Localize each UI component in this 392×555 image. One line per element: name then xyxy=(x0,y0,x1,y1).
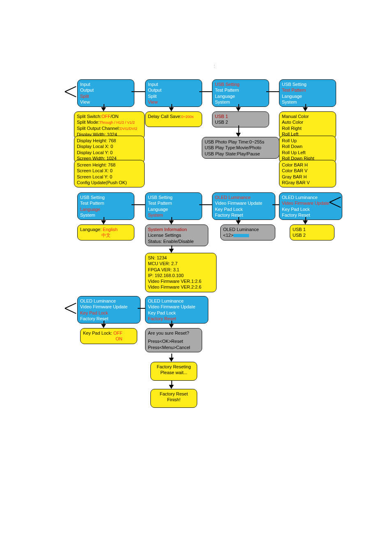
keypad-on[interactable]: ON xyxy=(83,336,134,342)
menu-item-selected[interactable]: Language xyxy=(80,206,131,212)
pattern-item[interactable]: Gray BAR H xyxy=(282,174,333,180)
license-settings[interactable]: License Settings xyxy=(148,232,205,238)
delay-call-save[interactable]: Delay Call Save:0~200s xyxy=(145,111,202,127)
system-info[interactable]: System Information xyxy=(148,227,205,232)
label: Delay Call Save: xyxy=(148,114,181,119)
menu-item[interactable]: OLED Luminance xyxy=(282,194,339,200)
setting-row[interactable]: Screen Height: 768 xyxy=(77,162,142,168)
language-row[interactable]: Language: English xyxy=(80,227,131,232)
factory-resetting: Factory Reseting Please wait... xyxy=(150,362,197,381)
ok-hint[interactable]: Press<OK>Reset xyxy=(148,338,199,344)
menu-item-selected[interactable]: View xyxy=(148,99,199,105)
setting-row[interactable]: Screen Local X: 0 xyxy=(77,168,142,173)
cancel-hint[interactable]: Press<Menu>Cancel xyxy=(148,345,199,350)
pattern-item[interactable]: Manual Color xyxy=(282,113,333,119)
menu-item[interactable]: Test Pattern xyxy=(80,200,131,206)
pattern-item[interactable]: Color BAR V xyxy=(282,168,333,173)
menu-item[interactable]: Test Pattern xyxy=(215,87,266,93)
menu-item-selected[interactable]: Test Pattern xyxy=(282,87,333,93)
info-row: Video Firmware VER.2:2.6 xyxy=(148,284,214,290)
connector xyxy=(199,91,212,92)
connector xyxy=(131,91,145,92)
menu-item[interactable]: Video Firmware Update xyxy=(80,304,138,310)
info-row: IP: 192.168.0.100 xyxy=(148,273,214,278)
menu-item[interactable]: Video Firmware Update xyxy=(148,304,205,310)
menu-item[interactable]: Factory Reset xyxy=(215,212,272,218)
menu-item[interactable]: Output xyxy=(148,87,199,93)
menu-item[interactable]: USB Setting xyxy=(80,194,131,200)
pattern-item[interactable]: RGray BAR V xyxy=(282,180,333,185)
msg-line: Finish! xyxy=(153,397,194,402)
menu-item[interactable]: Key Pad Lock xyxy=(148,310,205,316)
page-title: : xyxy=(214,63,215,68)
menu-item[interactable]: Test Pattern xyxy=(148,200,199,206)
menu-item[interactable]: Key Pad Lock xyxy=(215,206,272,212)
menu-split: Input Output Split View xyxy=(77,79,134,107)
menu-item[interactable]: Output xyxy=(80,87,131,93)
menu-item-selected[interactable]: USB Setting xyxy=(215,81,266,87)
usb-play-settings: USB Photo Play Time:0~255s USB Play Type… xyxy=(202,137,279,159)
arrowhead-icon xyxy=(169,385,174,389)
menu-item[interactable]: USB Setting xyxy=(148,194,199,200)
connector xyxy=(272,204,279,205)
menu-item[interactable]: System xyxy=(80,212,131,218)
menu-item[interactable]: Factory Reset xyxy=(80,316,138,321)
menu-item[interactable]: OLED Luminance xyxy=(80,298,138,304)
menu-item[interactable]: OLED Luminance xyxy=(148,298,205,304)
menu-item[interactable]: Language xyxy=(282,93,333,99)
pattern-item[interactable]: Color BAR H xyxy=(282,162,333,168)
split-settings: Split Switch:OFF/ON Split Mode:Through /… xyxy=(74,111,145,139)
usb-1[interactable]: USB 1 xyxy=(293,227,332,232)
continue-line xyxy=(65,308,76,314)
setting-row[interactable]: USB Play State:Play/Pause xyxy=(205,151,277,157)
menu-item[interactable]: Video Firmware Update xyxy=(215,200,272,206)
setting-row[interactable]: USB Photo Play Time:0~255s xyxy=(205,139,277,145)
menu-item[interactable]: Input xyxy=(148,81,199,87)
setting-row[interactable]: Split Mode:Through / H1/2 / V1/2 xyxy=(77,119,142,125)
menu-oled-luminance: OLED Luminance Video Firmware Update Key… xyxy=(212,192,275,220)
menu-item[interactable]: Input xyxy=(80,81,131,87)
usb-2[interactable]: USB 2 xyxy=(293,232,332,238)
oled-value-row: <12> xyxy=(223,232,272,238)
menu-item[interactable]: System xyxy=(215,99,266,105)
status-toggle[interactable]: Status: Enable/Disable xyxy=(148,238,205,244)
progress-bar xyxy=(233,234,249,237)
setting-row[interactable]: Display Local Y: 0 xyxy=(77,150,142,155)
pattern-item[interactable]: Roll Up xyxy=(282,138,333,143)
menu-item-selected[interactable]: OLED Luminance xyxy=(215,194,272,200)
menu-item[interactable]: Key Pad Lock xyxy=(282,206,339,212)
usb-2[interactable]: USB 2 xyxy=(215,119,266,125)
setting-row[interactable]: Display Local X: 0 xyxy=(77,143,142,149)
setting-row[interactable]: Screen Local Y: 0 xyxy=(77,174,142,180)
arrowhead-icon xyxy=(303,107,308,111)
pattern-item[interactable]: Roll Up Left xyxy=(282,150,333,155)
oled-luminance-box[interactable]: OLED Luminance <12> xyxy=(220,224,275,240)
menu-usbsetting: USB Setting Test Pattern Language System xyxy=(212,79,269,107)
menu-item[interactable]: Language xyxy=(215,93,266,99)
menu-item-selected[interactable]: Factory Reset xyxy=(148,316,205,321)
menu-item[interactable]: Language xyxy=(148,206,199,212)
pattern-item[interactable]: Roll Down xyxy=(282,143,333,149)
confirm-text: Are you sure Reset? xyxy=(148,330,199,336)
menu-item-selected[interactable]: System xyxy=(148,212,199,218)
menu-item-selected[interactable]: Key Pad Lock xyxy=(80,310,138,316)
menu-item-selected[interactable]: Split xyxy=(80,93,131,99)
setting-row[interactable]: Split Switch:OFF/ON xyxy=(77,113,142,119)
setting-row[interactable]: Split Output Channel:DVI1/DVI2 xyxy=(77,125,142,132)
language-cn[interactable]: 中文 xyxy=(80,232,131,238)
usb-1[interactable]: USB 1 xyxy=(215,113,266,119)
pattern-item[interactable]: Roll Right xyxy=(282,125,333,131)
keypad-row[interactable]: Key Pad Lock: OFF xyxy=(83,330,134,336)
menu-item[interactable]: Factory Reset xyxy=(282,212,339,218)
menu-item[interactable]: Split xyxy=(148,93,199,99)
menu-item[interactable]: USB Setting xyxy=(282,81,333,87)
setting-row[interactable]: Config Update(Push OK) xyxy=(77,180,142,185)
setting-row[interactable]: USB Play Type:Movie/Photo xyxy=(205,145,277,150)
setting-row[interactable]: Display Height: 768 xyxy=(77,138,142,143)
menu-item[interactable]: System xyxy=(282,99,333,105)
pattern-item[interactable]: Auto Color xyxy=(282,119,333,125)
arrowhead-icon xyxy=(169,220,174,224)
system-submenu: System Information License Settings Stat… xyxy=(145,224,208,246)
test-pattern-group3: Color BAR H Color BAR V Gray BAR H RGray… xyxy=(279,160,336,187)
menu-item[interactable]: View xyxy=(80,99,131,105)
